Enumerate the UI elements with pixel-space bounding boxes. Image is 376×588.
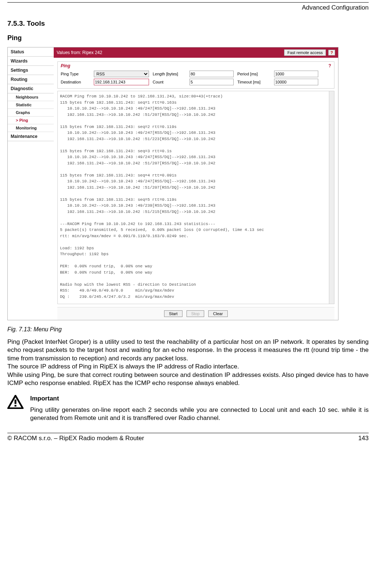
- sidebar-item-wizards[interactable]: Wizards: [8, 57, 54, 66]
- values-from-label: Values from: Ripex 242: [57, 50, 102, 55]
- tool-heading: Ping: [7, 34, 369, 42]
- sidebar-item-monitoring[interactable]: Monitoring: [8, 124, 54, 132]
- sidebar-item-graphs[interactable]: Graphs: [8, 109, 54, 117]
- section-number: 7.5.3. Tools: [7, 19, 369, 28]
- count-input[interactable]: [189, 79, 234, 85]
- ping-output: RACOM Ping from 10.10.10.242 to 192.168.…: [58, 91, 334, 304]
- period-label: Period [ms]: [237, 72, 270, 76]
- ping-screenshot: Status Wizards Settings Routing Diagnost…: [7, 47, 338, 320]
- timeout-input[interactable]: [274, 79, 318, 85]
- ping-type-label: Ping Type: [61, 72, 90, 76]
- button-row: Start Stop Clear: [57, 307, 334, 320]
- destination-input[interactable]: [94, 79, 149, 85]
- sidebar-item-maintenance[interactable]: Maintenance: [8, 132, 54, 141]
- sidebar-item-ping[interactable]: Ping: [8, 117, 54, 124]
- sidebar-item-statistic[interactable]: Statistic: [8, 101, 54, 109]
- start-button[interactable]: Start: [164, 310, 182, 317]
- scrollbar[interactable]: [329, 91, 334, 304]
- paragraph-1: Ping (Packet InterNet Groper) is a utili…: [7, 338, 369, 363]
- stop-button[interactable]: Stop: [187, 310, 205, 317]
- sidebar: Status Wizards Settings Routing Diagnost…: [8, 47, 54, 320]
- panel-title: Ping: [61, 63, 70, 68]
- warning-icon: [7, 395, 24, 409]
- ping-type-select[interactable]: RSS: [94, 71, 149, 77]
- page-number: 143: [358, 435, 369, 442]
- clear-button[interactable]: Clear: [208, 310, 227, 317]
- important-heading: Important: [30, 395, 369, 402]
- header-chapter: Advanced Configuration: [7, 3, 369, 17]
- count-label: Count: [153, 80, 186, 84]
- fast-remote-access-button[interactable]: Fast remote access: [284, 49, 326, 56]
- sidebar-item-routing[interactable]: Routing: [8, 75, 54, 84]
- timeout-label: Timeout [ms]: [237, 80, 270, 84]
- important-box: Important Ping utility generates on-line…: [7, 395, 369, 423]
- length-label: Length [bytes]: [153, 72, 186, 76]
- sidebar-item-diagnostic[interactable]: Diagnostic: [8, 84, 54, 93]
- sidebar-item-status[interactable]: Status: [8, 47, 54, 57]
- period-input[interactable]: [274, 71, 318, 77]
- paragraph-3: While using Ping, be sure that correct r…: [7, 371, 369, 388]
- titlebar-help-button[interactable]: ?: [328, 50, 335, 56]
- footer-left: © RACOM s.r.o. – RipEX Radio modem & Rou…: [7, 435, 144, 442]
- sidebar-item-neighbours[interactable]: Neighbours: [8, 93, 54, 101]
- title-bar: Values from: Ripex 242 Fast remote acces…: [54, 47, 338, 58]
- figure-caption: Fig. 7.13: Menu Ping: [7, 326, 369, 333]
- destination-label: Destination: [61, 80, 90, 84]
- paragraph-2: The source IP address of Ping in RipEX i…: [7, 363, 369, 371]
- output-panel: RACOM Ping from 10.10.10.242 to 192.168.…: [57, 91, 334, 304]
- svg-rect-1: [14, 399, 16, 404]
- ping-form-panel: Ping ? Ping Type RSS Length [bytes] Peri…: [57, 61, 334, 89]
- svg-rect-2: [14, 405, 16, 407]
- panel-help-button[interactable]: ?: [329, 63, 331, 68]
- important-body: Ping utility generates on-line report ea…: [30, 406, 369, 423]
- length-input[interactable]: [189, 71, 234, 77]
- sidebar-item-settings[interactable]: Settings: [8, 66, 54, 75]
